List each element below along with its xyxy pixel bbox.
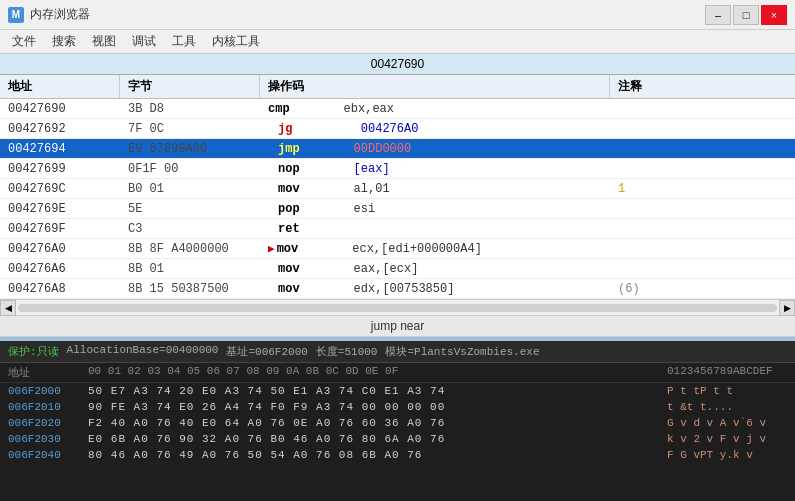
row-addr: 0042769E (0, 200, 120, 218)
hex-row-ascii: G v d v A v`6 v (667, 417, 787, 429)
op-operand: 00DD0000 (332, 142, 411, 156)
row-addr: 004276A0 (0, 240, 120, 258)
menu-tools[interactable]: 工具 (164, 31, 204, 52)
hex-row-addr: 006F2040 (8, 449, 88, 461)
op-mnemonic: mov (278, 182, 328, 196)
row-addr: 004276A6 (0, 260, 120, 278)
disasm-header: 地址 字节 操作码 注释 (0, 75, 795, 99)
header-opcode: 操作码 (260, 75, 610, 98)
hex-row-addr: 006F2010 (8, 401, 88, 413)
op-operand: [eax] (332, 162, 390, 176)
disasm-row[interactable]: 0042769F C3 ret (0, 219, 795, 239)
hex-row-bytes: 90 FE A3 74 E0 26 A4 74 F0 F9 A3 74 00 0… (88, 401, 659, 413)
hex-row-ascii: P t tP t t (667, 385, 787, 397)
row-bytes: 7F 0C (120, 120, 260, 138)
op-mnemonic: nop (278, 162, 328, 176)
row-opcode: jg 004276A0 (260, 120, 610, 138)
module-label: 模块=PlantsVsZombies.exe (385, 344, 539, 359)
disasm-row[interactable]: 0042769C B0 01 mov al,01 1 (0, 179, 795, 199)
row-addr: 0042769C (0, 180, 120, 198)
header-comment: 注释 (610, 75, 795, 98)
op-operand: edx,[00753850] (332, 282, 454, 296)
menu-debug[interactable]: 调试 (124, 31, 164, 52)
hex-row-bytes: 50 E7 A3 74 20 E0 A3 74 50 E1 A3 74 C0 E… (88, 385, 659, 397)
op-mnemonic: pop (278, 202, 328, 216)
header-bytes: 字节 (120, 75, 260, 98)
hex-info-bar: 保护:只读 AllocationBase=00400000 基址=006F200… (0, 341, 795, 363)
maximize-button[interactable]: □ (733, 5, 759, 25)
hex-row-addr: 006F2000 (8, 385, 88, 397)
row-comment (610, 207, 795, 211)
hex-row-bytes: F2 40 A0 76 40 E0 64 A0 76 0E A0 76 60 3… (88, 417, 659, 429)
disasm-row[interactable]: 00427699 0F1F 00 nop [eax] (0, 159, 795, 179)
row-opcode: mov eax,[ecx] (260, 260, 610, 278)
row-bytes: C3 (120, 220, 260, 238)
row-bytes: B0 01 (120, 180, 260, 198)
menu-bar: 文件 搜索 视图 调试 工具 内核工具 (0, 30, 795, 54)
disasm-row-selected[interactable]: 00427694 E9 67899A00 jmp 00DD0000 (0, 139, 795, 159)
length-label: 长度=51000 (316, 344, 378, 359)
op-operand: ecx,[edi+000000A4] (331, 242, 482, 256)
row-comment (610, 127, 795, 131)
row-opcode: pop esi (260, 200, 610, 218)
row-comment (610, 227, 795, 231)
minimize-button[interactable]: – (705, 5, 731, 25)
disasm-row[interactable]: 0042769E 5E pop esi (0, 199, 795, 219)
menu-view[interactable]: 视图 (84, 31, 124, 52)
menu-file[interactable]: 文件 (4, 31, 44, 52)
hex-row[interactable]: 006F2030 E0 6B A0 76 90 32 A0 76 B0 46 A… (0, 431, 795, 447)
row-opcode: mov al,01 (260, 180, 610, 198)
op-mnemonic: jmp (278, 142, 328, 156)
title-bar: M 内存浏览器 – □ × (0, 0, 795, 30)
alloc-label: AllocationBase=00400000 (67, 344, 219, 359)
hex-header-ascii: 0123456789ABCDEF (667, 365, 787, 380)
hex-row[interactable]: 006F2010 90 FE A3 74 E0 26 A4 74 F0 F9 A… (0, 399, 795, 415)
header-addr: 地址 (0, 75, 120, 98)
scroll-right-btn[interactable]: ▶ (779, 300, 795, 316)
disasm-row[interactable]: 00427692 7F 0C jg 004276A0 (0, 119, 795, 139)
row-opcode: jmp 00DD0000 (260, 140, 610, 158)
row-bytes: 8B 15 50387500 (120, 280, 260, 298)
hex-row-ascii: t &t t.... (667, 401, 787, 413)
row-comment (610, 107, 795, 111)
row-addr: 00427690 (0, 100, 120, 118)
row-comment (610, 147, 795, 151)
menu-kernel-tools[interactable]: 内核工具 (204, 31, 268, 52)
op-mnemonic: cmp (268, 102, 318, 116)
row-addr: 00427694 (0, 140, 120, 158)
hex-row[interactable]: 006F2000 50 E7 A3 74 20 E0 A3 74 50 E1 A… (0, 383, 795, 399)
menu-search[interactable]: 搜索 (44, 31, 84, 52)
op-operand: ebx,eax (322, 102, 394, 116)
op-operand: esi (332, 202, 375, 216)
hex-header: 地址 00 01 02 03 04 05 06 07 08 09 0A 0B 0… (0, 363, 795, 383)
window-title: 内存浏览器 (30, 6, 705, 23)
disasm-row[interactable]: 004276A6 8B 01 mov eax,[ecx] (0, 259, 795, 279)
h-scrollbar[interactable]: ◀ ▶ (0, 299, 795, 315)
row-opcode: nop [eax] (260, 160, 610, 178)
disasm-rows: 00427690 3B D8 cmp ebx,eax 00427692 7F 0… (0, 99, 795, 299)
scroll-track[interactable] (18, 304, 777, 312)
disasm-row[interactable]: 004276A0 8B 8F A4000000 ▶ mov ecx,[edi+0… (0, 239, 795, 259)
main-container: 00427690 地址 字节 操作码 注释 00427690 3B D8 cmp… (0, 54, 795, 501)
disasm-row[interactable]: 004276A8 8B 15 50387500 mov edx,[0075385… (0, 279, 795, 299)
op-mnemonic: mov (278, 262, 328, 276)
hex-row-bytes: 80 46 A0 76 49 A0 76 50 54 A0 76 08 6B A… (88, 449, 659, 461)
op-mnemonic: mov (277, 242, 327, 256)
row-addr: 0042769F (0, 220, 120, 238)
hex-row[interactable]: 006F2040 80 46 A0 76 49 A0 76 50 54 A0 7… (0, 447, 795, 463)
close-button[interactable]: × (761, 5, 787, 25)
hex-row[interactable]: 006F2020 F2 40 A0 76 40 E0 64 A0 76 0E A… (0, 415, 795, 431)
app-icon: M (8, 7, 24, 23)
row-addr: 00427699 (0, 160, 120, 178)
scroll-left-btn[interactable]: ◀ (0, 300, 16, 316)
op-operand: 004276A0 (332, 122, 418, 136)
address-bar[interactable]: 00427690 (0, 54, 795, 75)
disasm-row[interactable]: 00427690 3B D8 cmp ebx,eax (0, 99, 795, 119)
window-controls: – □ × (705, 5, 787, 25)
hex-section[interactable]: 保护:只读 AllocationBase=00400000 基址=006F200… (0, 341, 795, 501)
row-comment (610, 267, 795, 271)
op-mnemonic: mov (278, 282, 328, 296)
hex-header-offsets: 00 01 02 03 04 05 06 07 08 09 0A 0B 0C 0… (88, 365, 667, 380)
row-comment: (6) (610, 280, 795, 298)
hex-row-addr: 006F2020 (8, 417, 88, 429)
